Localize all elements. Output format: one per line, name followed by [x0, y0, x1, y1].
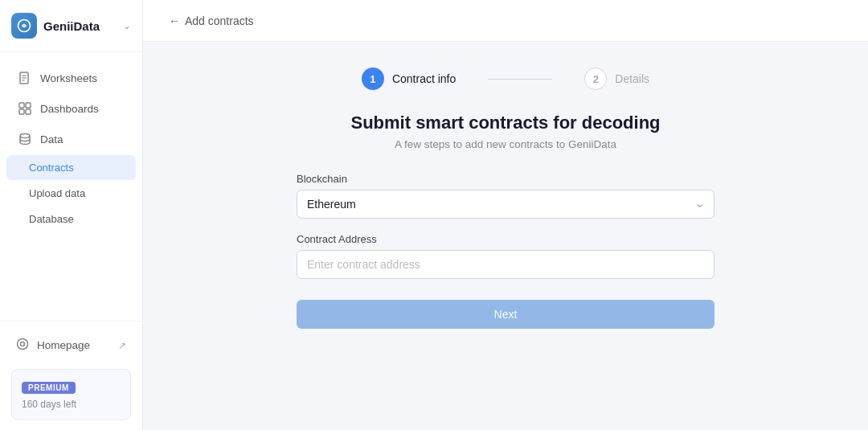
days-left: 160 days left: [22, 399, 121, 410]
sidebar-item-dashboards[interactable]: Dashboards: [6, 94, 136, 123]
form-subtitle: A few steps to add new contracts to Geni…: [297, 138, 714, 150]
form-card: Submit smart contracts for decoding A fe…: [297, 113, 714, 329]
database-icon: [18, 132, 32, 146]
sidebar-item-worksheets[interactable]: Worksheets: [6, 63, 136, 92]
main-content: ← Add contracts 1 Contract info 2 Detail…: [143, 0, 868, 430]
address-label: Contract Address: [297, 233, 714, 245]
homepage-icon: [16, 338, 29, 353]
address-input[interactable]: [297, 250, 714, 279]
step-1-label: Contract info: [392, 72, 456, 85]
homepage-item[interactable]: Homepage ↗: [11, 331, 131, 359]
form-title: Submit smart contracts for decoding: [297, 113, 714, 133]
sidebar-subitem-contracts[interactable]: Contracts: [6, 155, 136, 180]
sidebar: GeniiData ⌄ Worksheets Dashboards Data C…: [0, 0, 143, 430]
file-icon: [18, 71, 32, 85]
svg-point-9: [20, 134, 30, 138]
svg-rect-5: [19, 103, 24, 108]
step-divider: [488, 79, 552, 80]
sidebar-item-worksheets-label: Worksheets: [40, 72, 97, 84]
grid-icon: [18, 101, 32, 116]
sidebar-item-dashboards-label: Dashboards: [40, 103, 99, 115]
address-group: Contract Address: [297, 233, 714, 279]
step-1-circle: 1: [362, 68, 384, 90]
stepper: 1 Contract info 2 Details: [175, 68, 836, 90]
step-contract-info: 1 Contract info: [362, 68, 456, 90]
content-area: 1 Contract info 2 Details Submit smart c…: [143, 42, 868, 430]
blockchain-group: Blockchain Ethereum Polygon BSC Avalanch…: [297, 173, 714, 219]
premium-badge: PREMIUM: [22, 382, 76, 394]
app-logo-icon: [11, 13, 37, 39]
next-button[interactable]: Next: [297, 300, 714, 329]
sidebar-logo[interactable]: GeniiData ⌄: [0, 0, 142, 52]
svg-point-11: [21, 342, 25, 346]
step-details: 2 Details: [584, 68, 649, 90]
blockchain-select-wrap: Ethereum Polygon BSC Avalanche Arbitrum: [297, 190, 714, 219]
premium-section: PREMIUM 160 days left: [11, 369, 131, 420]
blockchain-select[interactable]: Ethereum Polygon BSC Avalanche Arbitrum: [297, 190, 714, 219]
back-button[interactable]: ← Add contracts: [162, 11, 260, 31]
blockchain-label: Blockchain: [297, 173, 714, 185]
svg-rect-8: [26, 109, 31, 114]
topbar: ← Add contracts: [143, 0, 868, 42]
external-link-icon: ↗: [118, 340, 126, 351]
sidebar-item-data-label: Data: [40, 133, 63, 145]
svg-rect-6: [26, 103, 31, 108]
chevron-down-icon: ⌄: [123, 20, 131, 31]
sidebar-item-data[interactable]: Data: [6, 125, 136, 154]
app-name: GeniiData: [43, 19, 100, 33]
sidebar-subitem-upload-data[interactable]: Upload data: [6, 181, 136, 206]
homepage-label: Homepage: [37, 339, 90, 351]
step-2-circle: 2: [584, 68, 607, 90]
svg-point-10: [18, 339, 28, 350]
step-2-label: Details: [615, 72, 649, 85]
svg-rect-7: [19, 109, 24, 114]
back-arrow-icon: ←: [169, 14, 180, 27]
sidebar-footer: Homepage ↗ PREMIUM 160 days left: [0, 321, 142, 430]
page-title: Add contracts: [185, 14, 254, 27]
sidebar-subitem-database[interactable]: Database: [6, 207, 136, 231]
sidebar-nav: Worksheets Dashboards Data Contracts Upl…: [0, 52, 142, 321]
